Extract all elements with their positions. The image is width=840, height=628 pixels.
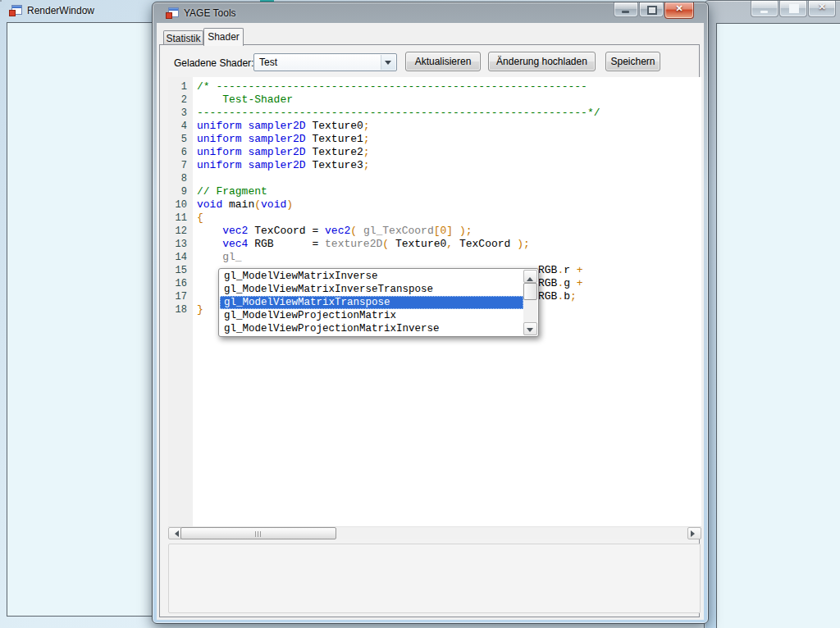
render-window-titlebar[interactable]: RenderWindow — [9, 5, 94, 16]
refresh-button[interactable]: Aktualisieren — [405, 52, 481, 71]
yage-client-area: Statistik Shader Geladene Shader: Test A… — [157, 23, 704, 620]
minimize-button[interactable] — [614, 2, 638, 17]
autocomplete-item[interactable]: gl_ModelViewMatrixInverse — [220, 270, 523, 283]
scroll-right-button[interactable] — [687, 527, 701, 539]
line-number: 8 — [168, 172, 193, 185]
code-fragment: RGB.r + — [538, 264, 583, 277]
autocomplete-popup: gl_ModelViewMatrixInversegl_ModelViewMat… — [218, 268, 539, 337]
code-line[interactable]: gl_ — [193, 251, 701, 264]
code-line[interactable] — [193, 172, 701, 185]
autocomplete-list[interactable]: gl_ModelViewMatrixInversegl_ModelViewMat… — [220, 270, 523, 335]
chevron-down-icon[interactable] — [381, 55, 395, 70]
code-fragment: RGB.b; — [538, 290, 577, 303]
scrollbar-thumb[interactable] — [523, 283, 537, 300]
desktop: RenderWindow ✕ YAGE Tools ✕ Statistik Sh… — [0, 0, 840, 628]
code-line[interactable]: uniform sampler2D Texture3; — [193, 159, 701, 172]
output-panel[interactable] — [168, 544, 701, 613]
line-number: 5 — [168, 133, 193, 146]
line-number: 12 — [168, 225, 193, 238]
form-icon — [9, 5, 22, 16]
save-button[interactable]: Speichern — [605, 52, 660, 71]
code-line[interactable]: { — [193, 212, 701, 225]
shader-select[interactable]: Test — [253, 53, 397, 71]
editor-gutter: 123456789101112131415161718 — [168, 77, 193, 526]
code-line[interactable]: uniform sampler2D Texture2; — [193, 146, 701, 159]
code-line[interactable]: uniform sampler2D Texture1; — [193, 133, 701, 146]
line-number: 13 — [168, 238, 193, 251]
code-line[interactable]: /* -------------------------------------… — [193, 80, 701, 93]
yage-titlebar[interactable]: YAGE Tools — [166, 7, 236, 19]
scroll-up-button[interactable] — [523, 270, 537, 283]
code-line[interactable]: vec4 RGB = texture2D( Texture0, TexCoord… — [193, 238, 701, 251]
shader-select-value: Test — [259, 57, 277, 68]
render-window-title: RenderWindow — [27, 5, 94, 16]
background-window: ✕ — [704, 0, 840, 628]
autocomplete-item[interactable]: gl_ModelViewMatrixTranspose — [220, 296, 523, 309]
tab-strip: Statistik Shader — [157, 28, 704, 45]
render-window: RenderWindow — [0, 0, 2, 2]
line-number: 7 — [168, 159, 193, 172]
line-number: 11 — [168, 212, 193, 225]
line-number: 1 — [168, 80, 193, 93]
line-number: 10 — [168, 198, 193, 212]
line-number: 15 — [168, 264, 193, 277]
shader-tab-page: Geladene Shader: Test Aktualisieren Ände… — [159, 44, 700, 617]
maximize-button[interactable] — [779, 1, 807, 17]
line-number: 9 — [168, 185, 193, 198]
scroll-down-button[interactable] — [523, 322, 537, 335]
autocomplete-item[interactable]: gl_ModelViewProjectionMatrixInverse — [220, 322, 523, 335]
line-number: 17 — [168, 290, 193, 303]
tab-shader[interactable]: Shader — [203, 28, 244, 46]
line-number: 14 — [168, 251, 193, 264]
loaded-shader-label: Geladene Shader: — [174, 57, 253, 69]
autocomplete-scrollbar[interactable] — [523, 270, 537, 335]
line-number: 18 — [168, 303, 193, 316]
code-line[interactable]: void main(void) — [193, 198, 701, 212]
horizontal-scrollbar[interactable] — [168, 526, 701, 539]
scrollbar-thumb[interactable] — [180, 527, 336, 539]
upload-changes-button[interactable]: Änderung hochladen — [488, 52, 596, 71]
line-number: 16 — [168, 277, 193, 290]
code-line[interactable]: uniform sampler2D Texture0; — [193, 120, 701, 133]
autocomplete-item[interactable]: gl_ModelViewMatrixInverseTranspose — [220, 283, 523, 296]
code-line[interactable]: // Fragment — [193, 185, 701, 198]
line-number: 4 — [168, 120, 193, 133]
code-line[interactable]: vec2 TexCoord = vec2( gl_TexCoord[0] ); — [193, 225, 701, 238]
code-line[interactable]: ----------------------------------------… — [193, 107, 701, 120]
yage-tools-window: YAGE Tools ✕ Statistik Shader Geladene S… — [152, 2, 709, 624]
yage-window-title: YAGE Tools — [184, 7, 236, 19]
line-number: 3 — [168, 107, 193, 120]
minimize-button[interactable] — [751, 1, 778, 17]
form-icon — [166, 7, 179, 19]
close-button[interactable]: ✕ — [808, 1, 836, 17]
line-number: 2 — [168, 93, 193, 107]
line-number: 6 — [168, 146, 193, 159]
maximize-button[interactable] — [639, 2, 664, 17]
close-button[interactable]: ✕ — [664, 2, 694, 19]
code-fragment: RGB.g + — [538, 277, 583, 290]
autocomplete-item[interactable]: gl_ModelViewProjectionMatrix — [220, 309, 523, 322]
tab-statistik[interactable]: Statistik — [163, 30, 203, 45]
code-line[interactable]: Test-Shader — [193, 93, 701, 107]
background-window-client-area — [716, 23, 840, 628]
